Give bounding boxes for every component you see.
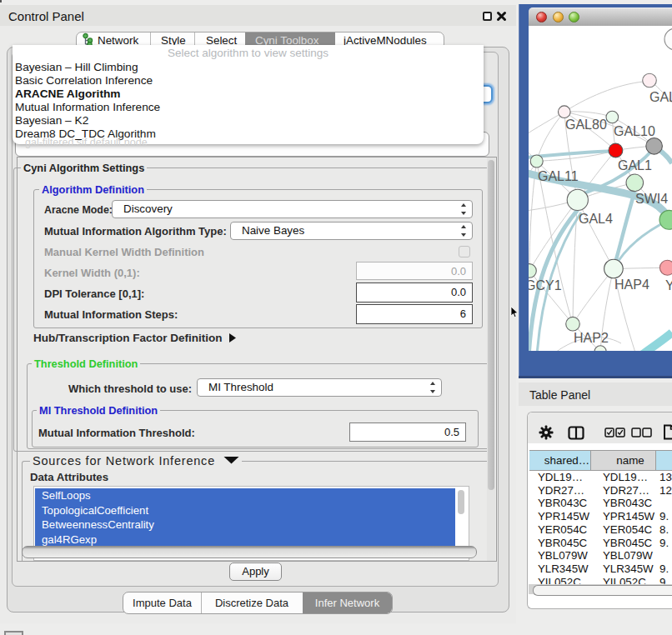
svg-text:GAL: GAL [649,90,672,104]
svg-text:GAL11: GAL11 [538,169,579,183]
svg-text:HAP4: HAP4 [614,278,649,292]
svg-text:GAL10: GAL10 [614,124,655,138]
svg-text:Y: Y [665,278,672,292]
svg-text:SWI4: SWI4 [635,192,668,206]
svg-text:GAL4: GAL4 [579,212,613,226]
svg-text:GCY1: GCY1 [529,278,562,292]
svg-text:GAL1: GAL1 [618,158,652,172]
svg-text:GAL80: GAL80 [565,118,607,132]
svg-text:HAP2: HAP2 [574,331,609,345]
